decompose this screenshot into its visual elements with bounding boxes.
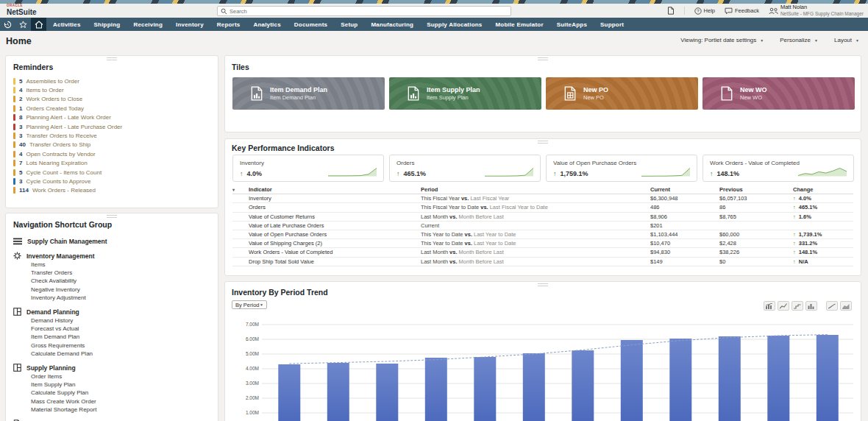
shortcut-link-inventory-adjustment[interactable]: Inventory Adjustment	[31, 294, 213, 302]
collapse-caret-icon[interactable]: ▾	[232, 187, 249, 192]
netsuite-logo[interactable]: ORACLE NetSuite	[7, 4, 37, 16]
kpi-indicator-cell[interactable]: Value of Customer Returns	[249, 213, 421, 220]
shortcut-link-negative-inventory[interactable]: Negative Inventory	[31, 286, 213, 294]
kpi-card-work-orders-value-of-completed[interactable]: Work Orders - Value of Completed↑148.1%	[702, 155, 854, 182]
reminder-item-transfer-orders-to-receive[interactable]: 3Transfer Orders to Receive	[13, 131, 213, 140]
nav-item-manufacturing[interactable]: Manufacturing	[364, 18, 420, 31]
search-input[interactable]	[230, 8, 508, 15]
nav-item-analytics[interactable]: Analytics	[246, 18, 287, 31]
reminder-item-orders-created-today[interactable]: 1Orders Created Today	[13, 104, 213, 113]
chart-type-button-area[interactable]	[840, 301, 852, 311]
shortcut-link-calculate-supply-plan[interactable]: Calculate Supply Plan	[31, 389, 213, 397]
nav-item-setup[interactable]: Setup	[334, 18, 364, 31]
kpi-table-header-previous[interactable]: Previous	[719, 186, 793, 193]
chart-type-button-line[interactable]	[778, 301, 789, 311]
chart-type-button-column[interactable]	[764, 301, 775, 311]
reminder-item-planning-alert-late-work-order[interactable]: 8Planning Alert - Late Work Order	[13, 113, 213, 122]
bar-period-3[interactable]	[376, 364, 398, 421]
kpi-indicator-cell[interactable]: Value of Late Purchase Orders	[249, 222, 421, 229]
bar-period-11[interactable]	[767, 336, 789, 421]
reminder-item-cycle-counts-to-approve[interactable]: 3Cycle Counts to Approve	[13, 177, 213, 185]
kpi-indicator-cell[interactable]: Drop Ship Total Sold Value	[249, 258, 421, 265]
kpi-indicator-cell[interactable]: Work Orders - Value of Completed	[249, 249, 421, 255]
bar-period-1[interactable]	[278, 364, 300, 421]
reminder-item-work-orders-to-close[interactable]: 2Work Orders to Close	[13, 95, 213, 104]
shortcut-group-demand-planning[interactable]: Demand Planning	[13, 307, 213, 316]
reminder-item-lots-nearing-expiration[interactable]: 7Lots Nearing Expiration	[13, 159, 213, 168]
kpi-table-header-indicator[interactable]: Indicator	[249, 186, 421, 193]
feedback-button[interactable]: Feedback	[725, 7, 759, 15]
nav-item-shipping[interactable]: Shipping	[88, 18, 127, 31]
nav-item-reports[interactable]: Reports	[210, 18, 247, 31]
reminder-item-open-contracts-by-vendor[interactable]: 4Open Contracts by Vendor	[13, 149, 213, 158]
kpi-indicator-cell[interactable]: Value of Open Purchase Orders	[249, 231, 421, 238]
reminder-item-work-orders-released[interactable]: 114Work Orders - Released	[13, 186, 213, 195]
nav-item-receiving[interactable]: Receiving	[127, 18, 169, 31]
reminder-item-planning-alert-late-purchase-order[interactable]: 3Planning Alert - Late Purchase Order	[13, 122, 213, 131]
nav-item-documents[interactable]: Documents	[288, 18, 334, 31]
bar-period-8[interactable]	[621, 340, 643, 421]
shortcut-link-item-supply-plan[interactable]: Item Supply Plan	[31, 381, 213, 389]
shortcut-group-supply-planning[interactable]: Supply Planning	[13, 363, 213, 372]
bar-period-2[interactable]	[327, 363, 349, 421]
bar-period-9[interactable]	[669, 339, 691, 421]
bar-period-7[interactable]	[572, 350, 594, 421]
viewing-portlet-date-settings-dropdown[interactable]: Viewing: Portlet date settings▼	[680, 37, 764, 43]
recent-records-button[interactable]	[0, 18, 15, 31]
shortcut-link-items[interactable]: Items	[31, 261, 213, 269]
shortcut-link-order-items[interactable]: Order Items	[31, 372, 213, 381]
tile-item-demand-plan[interactable]: Item Demand PlanItem Demand Plan	[232, 77, 385, 110]
shortcut-group-supply-chain-management[interactable]: Supply Chain Management	[13, 236, 213, 246]
kpi-table-header-period[interactable]: Period	[421, 186, 650, 193]
shortcut-link-item-demand-plan[interactable]: Item Demand Plan	[31, 333, 213, 341]
tile-item-supply-plan[interactable]: Item Supply PlanItem Supply Plan	[389, 77, 541, 110]
chart-type-button-step[interactable]	[791, 301, 803, 311]
roles-menu[interactable]: Matt Nolan NetSuite - MFG Supply Chain M…	[769, 4, 864, 16]
shortcut-link-gross-requirements[interactable]: Gross Requirements	[31, 342, 213, 350]
kpi-table-header-current[interactable]: Current	[650, 186, 719, 193]
kpi-indicator-cell[interactable]: Inventory	[249, 195, 421, 202]
portlet-drag-handle[interactable]	[107, 57, 117, 60]
bar-period-5[interactable]	[474, 357, 496, 421]
kpi-card-orders[interactable]: Orders↑465.1%	[389, 155, 541, 182]
portlet-drag-handle[interactable]	[538, 283, 548, 286]
personalize-dropdown[interactable]: Personalize▼	[780, 37, 818, 43]
shortcut-link-mass-create-work-order[interactable]: Mass Create Work Order	[31, 397, 213, 406]
shortcuts-button[interactable]	[15, 18, 31, 31]
kpi-card-value-of-open-purchase-orders[interactable]: Value of Open Purchase Orders↑1,759.1%	[546, 155, 697, 182]
new-document-icon[interactable]	[667, 7, 675, 15]
bar-period-10[interactable]	[719, 336, 741, 421]
tile-new-wo[interactable]: New WONew WO	[702, 77, 855, 110]
layout-dropdown[interactable]: Layout▼	[834, 37, 859, 43]
nav-item-support[interactable]: Support	[594, 18, 630, 31]
shortcut-group-inventory-management[interactable]: Inventory Management	[13, 251, 213, 261]
tile-new-po[interactable]: New PONew PO	[546, 77, 698, 110]
shortcut-link-material-shortage-report[interactable]: Material Shortage Report	[31, 406, 213, 414]
chart-type-button-trend[interactable]	[826, 301, 838, 311]
reminder-item-assemblies-to-order[interactable]: 5Assemblies to Order	[13, 77, 213, 85]
shortcut-link-forecast-vs-actual[interactable]: Forecast vs Actual	[31, 325, 213, 333]
kpi-table-header-change[interactable]: Change	[793, 186, 853, 193]
shortcut-link-calculate-demand-plan[interactable]: Calculate Demand Plan	[31, 350, 213, 358]
home-button[interactable]	[31, 18, 46, 31]
shortcut-link-check-availability[interactable]: Check Availability	[31, 277, 213, 285]
bar-period-12[interactable]	[817, 335, 839, 421]
bar-period-6[interactable]	[523, 353, 545, 421]
bar-period-4[interactable]	[425, 358, 447, 421]
portlet-drag-handle[interactable]	[538, 141, 548, 144]
global-search[interactable]	[217, 6, 511, 16]
help-button[interactable]: ? Help	[694, 7, 715, 15]
nav-item-activities[interactable]: Activities	[46, 18, 88, 31]
period-type-select[interactable]: By Period▼	[232, 300, 267, 309]
kpi-card-inventory[interactable]: Inventory↑4.0%	[232, 155, 384, 182]
reminder-item-cycle-count-items-to-count[interactable]: 5Cycle Count - Items to Count	[13, 168, 213, 177]
kpi-indicator-cell[interactable]: Orders	[249, 204, 421, 210]
reminder-item-items-to-order[interactable]: 4Items to Order	[13, 85, 213, 94]
nav-item-suiteapps[interactable]: SuiteApps	[550, 18, 594, 31]
nav-item-inventory[interactable]: Inventory	[169, 18, 210, 31]
nav-item-mobile-emulator[interactable]: Mobile Emulator	[488, 18, 549, 31]
shortcut-link-transfer-orders[interactable]: Transfer Orders	[31, 269, 213, 277]
nav-item-supply-allocations[interactable]: Supply Allocations	[420, 18, 488, 31]
portlet-drag-handle[interactable]	[107, 215, 117, 218]
shortcut-link-demand-history[interactable]: Demand History	[31, 316, 213, 325]
